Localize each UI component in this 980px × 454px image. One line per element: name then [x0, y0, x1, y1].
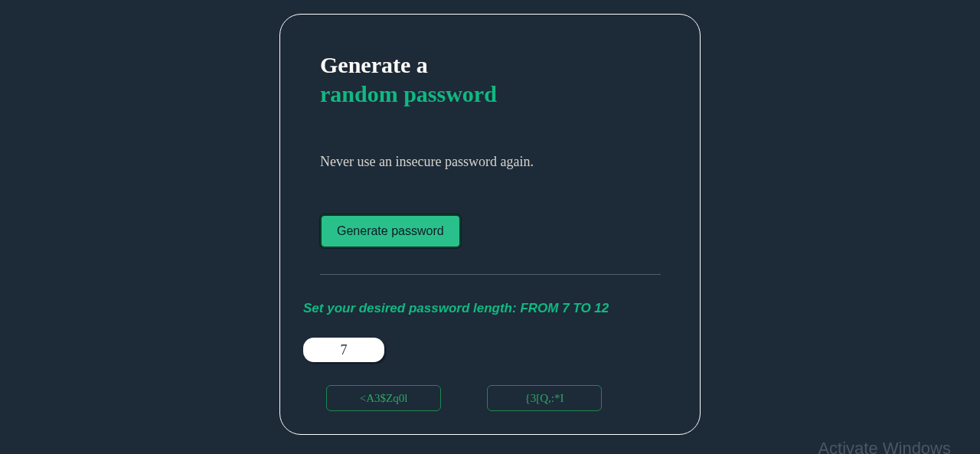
generated-password-2[interactable]: {3[Q,:*I — [487, 385, 602, 411]
password-length-input[interactable] — [303, 338, 384, 362]
watermark-title: Activate Windows — [818, 439, 951, 454]
generate-password-button[interactable]: Generate password — [320, 214, 461, 248]
subtitle: Never use an insecure password again. — [320, 154, 675, 170]
generated-password-1[interactable]: <A3$Zq0l — [326, 385, 441, 411]
length-instruction-label: Set your desired password length: FROM 7… — [303, 301, 675, 316]
generated-passwords-row: <A3$Zq0l {3[Q,:*I — [326, 385, 675, 411]
windows-activation-watermark: Activate Windows — [818, 439, 951, 454]
title-line-1: Generate a — [320, 51, 675, 79]
password-generator-card: Generate a random password Never use an … — [279, 14, 701, 435]
section-divider — [320, 274, 661, 275]
title-line-2: random password — [320, 80, 675, 108]
